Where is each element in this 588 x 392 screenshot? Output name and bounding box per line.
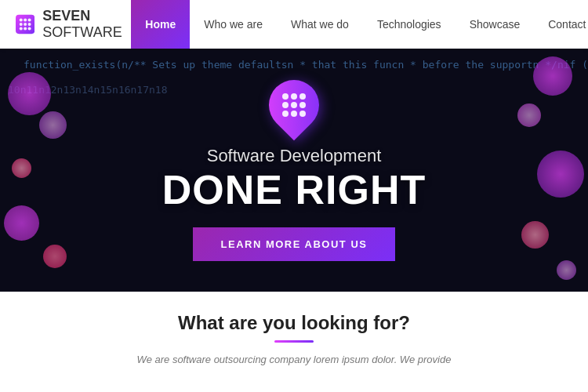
blob-decoration [557,260,576,280]
blob-decoration [521,221,549,249]
pin-dot [282,93,289,100]
hero-section: Software Development DONE RIGHT LEARN MO… [0,49,588,292]
hero-title: DONE RIGHT [162,169,426,210]
blob-decoration [537,151,584,198]
blob-decoration [4,205,39,241]
pin-dot [282,111,289,117]
svg-point-1 [20,19,23,22]
svg-point-5 [24,23,27,26]
svg-point-6 [28,23,31,26]
blob-decoration [43,245,67,268]
section-title: What are you looking for? [16,312,572,334]
nav-item-showcase[interactable]: Showcase [456,0,535,49]
hero-subtitle: Software Development [162,146,426,166]
svg-point-4 [20,23,23,26]
pin-dot [282,102,289,108]
blob-decoration [12,158,31,178]
nav-item-home[interactable]: Home [131,0,190,49]
below-fold-section: What are you looking for? We are softwar… [0,292,588,373]
section-body: We are software outsourcing company lore… [98,354,490,365]
blob-decoration [533,56,572,96]
logo-text: SEVEN SOFTWARE [42,8,131,41]
pin-dot [291,93,297,100]
svg-point-3 [28,19,31,22]
pin-dot [299,111,306,117]
nav-item-what-we-do[interactable]: What we do [277,0,363,49]
pin-shape [259,69,330,140]
nav-item-contact[interactable]: Contact [534,0,588,49]
pin-dot [299,93,306,100]
svg-point-2 [24,19,27,22]
logo-icon [16,10,34,38]
pin-dot [291,102,297,108]
hero-pin-logo [269,80,319,136]
pin-dot [299,102,306,108]
learn-more-button[interactable]: LEARN MORE ABOUT US [193,227,396,261]
pin-dot [291,111,297,117]
svg-point-9 [28,27,31,30]
nav-item-technologies[interactable]: Technologies [363,0,456,49]
nav-item-who-we-are[interactable]: Who we are [190,0,277,49]
blob-decoration [517,103,541,127]
nav-links: Home Who we are What we do Technologies … [131,0,588,49]
svg-point-8 [24,27,27,30]
logo: SEVEN SOFTWARE [16,8,131,41]
pin-inner [282,93,306,117]
hero-content: Software Development DONE RIGHT LEARN MO… [131,80,457,261]
section-underline [274,340,314,343]
svg-point-7 [20,27,23,30]
blob-decoration [8,72,51,115]
navbar: SEVEN SOFTWARE Home Who we are What we d… [0,0,588,49]
blob-decoration [39,111,67,139]
